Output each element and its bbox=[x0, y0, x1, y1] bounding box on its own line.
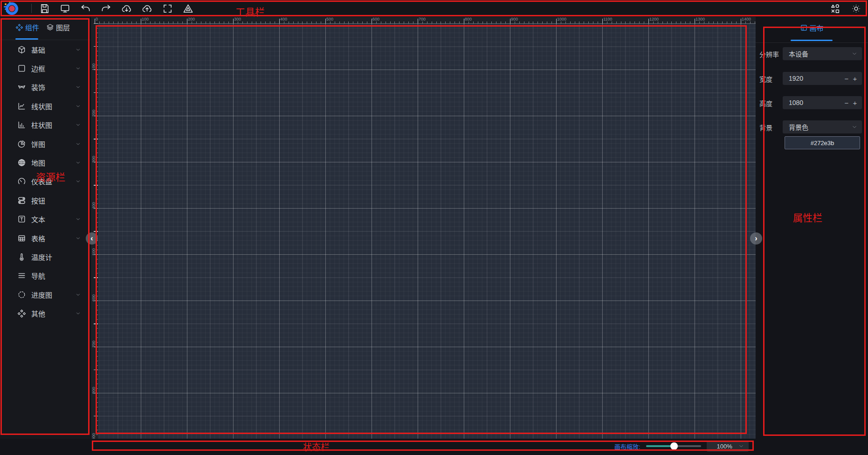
sidebar-item-pie-chart[interactable]: 饼图 bbox=[0, 134, 90, 153]
v-ruler-tick-label: 100 bbox=[91, 55, 97, 70]
warning-icon[interactable] bbox=[183, 3, 193, 14]
v-ruler-tick-label: 300 bbox=[91, 147, 97, 163]
canvas-tab-icon bbox=[800, 24, 808, 32]
toggle-icon bbox=[17, 196, 26, 205]
sidebar-item-basic[interactable]: 基础 bbox=[0, 40, 90, 59]
components-icon[interactable] bbox=[830, 3, 840, 14]
canvas-area: 0100200300400500600700800900100011001200… bbox=[91, 17, 756, 439]
pie-chart-icon bbox=[17, 140, 26, 148]
collapse-right-handle[interactable]: › bbox=[750, 232, 762, 245]
width-value: 1920 bbox=[783, 75, 842, 82]
zoom-control: 画布缩放: 100% bbox=[614, 441, 749, 451]
width-decrement-button[interactable]: − bbox=[842, 75, 851, 83]
sidebar-item-line-chart[interactable]: 线状图 bbox=[0, 97, 90, 115]
width-row: 宽度 1920 − + bbox=[756, 72, 868, 85]
chevron-down-icon bbox=[75, 235, 81, 241]
h-ruler-tick-label: 0 bbox=[96, 17, 98, 21]
sidebar-item-map[interactable]: 地图 bbox=[0, 153, 90, 172]
h-ruler-tick-label: 1200 bbox=[649, 17, 659, 21]
zoom-select[interactable]: 100% bbox=[707, 441, 749, 452]
active-tab-underline bbox=[791, 40, 833, 41]
cloud-download-icon[interactable] bbox=[121, 3, 132, 14]
canvas-grid[interactable] bbox=[98, 23, 756, 439]
resolution-value: 本设备 bbox=[783, 49, 851, 58]
thermometer-icon bbox=[17, 252, 26, 261]
monitor-icon[interactable] bbox=[60, 3, 70, 14]
sidebar-item-label: 基础 bbox=[31, 45, 75, 55]
sidebar-item-label: 装饰 bbox=[31, 82, 75, 92]
resolution-label: 分辨率 bbox=[759, 49, 779, 59]
layers-tab-icon bbox=[46, 23, 54, 31]
sidebar-item-label: 按钮 bbox=[31, 196, 90, 205]
width-increment-button[interactable]: + bbox=[851, 75, 859, 83]
other-icon bbox=[17, 309, 26, 318]
v-ruler-tick-label: 400 bbox=[91, 193, 97, 209]
zoom-slider-fill bbox=[646, 445, 674, 447]
chevron-down-icon bbox=[75, 141, 81, 147]
height-increment-button[interactable]: + bbox=[851, 99, 859, 107]
redo-icon[interactable] bbox=[101, 3, 111, 14]
v-ruler-tick-label: 800 bbox=[91, 378, 97, 394]
undo-icon[interactable] bbox=[80, 3, 91, 14]
sidebar-item-progress[interactable]: 进度图 bbox=[0, 285, 90, 304]
height-row: 高度 1080 − + bbox=[756, 96, 868, 109]
active-tab-underline bbox=[15, 38, 38, 40]
cube-icon bbox=[17, 45, 26, 54]
tab-layers[interactable]: 图层 bbox=[46, 22, 70, 32]
background-label: 背景 bbox=[759, 123, 772, 132]
sidebar-item-other[interactable]: 其他 bbox=[0, 304, 90, 322]
h-ruler-tick-label: 500 bbox=[326, 17, 333, 21]
components-tab-icon bbox=[15, 23, 23, 31]
chevron-down-icon bbox=[738, 443, 744, 449]
properties-panel: 画布 分辨率 本设备 宽度 1920 − + 高度 1080 − + bbox=[756, 17, 868, 439]
sidebar-item-border[interactable]: 边框 bbox=[0, 59, 90, 77]
sidebar-item-button[interactable]: 按钮 bbox=[0, 191, 90, 210]
text-icon bbox=[17, 215, 26, 224]
sidebar-item-label: 文本 bbox=[31, 214, 75, 224]
bar-chart-icon bbox=[17, 120, 26, 129]
chevron-down-icon bbox=[851, 124, 858, 130]
sidebar-item-gauge[interactable]: 仪表盘 bbox=[0, 172, 90, 191]
v-ruler-tick-label: 700 bbox=[91, 332, 97, 348]
chevron-down-icon bbox=[75, 310, 81, 316]
sidebar-item-label: 仪表盘 bbox=[31, 176, 75, 186]
sidebar-item-table[interactable]: 表格 bbox=[0, 229, 90, 247]
cloud-upload-icon[interactable] bbox=[142, 3, 152, 14]
background-color-input[interactable]: #272e3b bbox=[785, 136, 860, 149]
tab-canvas[interactable]: 画布 bbox=[756, 23, 868, 33]
sidebar-item-label: 饼图 bbox=[31, 139, 75, 149]
map-icon bbox=[17, 158, 26, 167]
sidebar-item-label: 边框 bbox=[31, 63, 75, 73]
statusbar: 画布缩放: 100% bbox=[0, 439, 868, 455]
sidebar-item-label: 导航 bbox=[31, 271, 90, 280]
zoom-slider-thumb[interactable] bbox=[670, 442, 678, 450]
resolution-select[interactable]: 本设备 bbox=[783, 47, 862, 60]
app-logo-icon[interactable] bbox=[4, 2, 23, 15]
sidebar-item-label: 表格 bbox=[31, 233, 75, 243]
sidebar-item-nav[interactable]: 导航 bbox=[0, 266, 90, 285]
v-ruler-tick-label: 900 bbox=[91, 424, 97, 440]
tab-components[interactable]: 组件 bbox=[15, 22, 39, 32]
sidebar-item-label: 地图 bbox=[31, 158, 75, 168]
save-icon[interactable] bbox=[39, 3, 50, 14]
sidebar-item-text[interactable]: 文本 bbox=[0, 210, 90, 229]
theme-icon[interactable] bbox=[851, 3, 861, 14]
height-input[interactable]: 1080 − + bbox=[783, 96, 862, 109]
width-input[interactable]: 1920 − + bbox=[783, 72, 862, 85]
sidebar-item-thermometer[interactable]: 温度计 bbox=[0, 247, 90, 266]
sidebar-item-decoration[interactable]: 装饰 bbox=[0, 78, 90, 97]
fullscreen-icon[interactable] bbox=[162, 3, 173, 14]
canvas-zoom-label: 画布缩放: bbox=[614, 442, 641, 451]
collapse-left-handle[interactable]: ‹ bbox=[86, 232, 98, 245]
width-label: 宽度 bbox=[759, 74, 772, 84]
tab-components-label: 组件 bbox=[25, 22, 39, 32]
chevron-down-icon bbox=[75, 178, 81, 184]
background-select[interactable]: 背景色 bbox=[783, 120, 862, 133]
v-ruler-tick-label: 600 bbox=[91, 286, 97, 301]
height-decrement-button[interactable]: − bbox=[842, 99, 851, 107]
zoom-slider[interactable] bbox=[646, 445, 701, 447]
tab-layers-label: 图层 bbox=[56, 22, 70, 32]
h-ruler-tick-label: 300 bbox=[234, 17, 241, 21]
chevron-down-icon bbox=[75, 216, 81, 222]
sidebar-item-bar-chart[interactable]: 柱状图 bbox=[0, 116, 90, 134]
